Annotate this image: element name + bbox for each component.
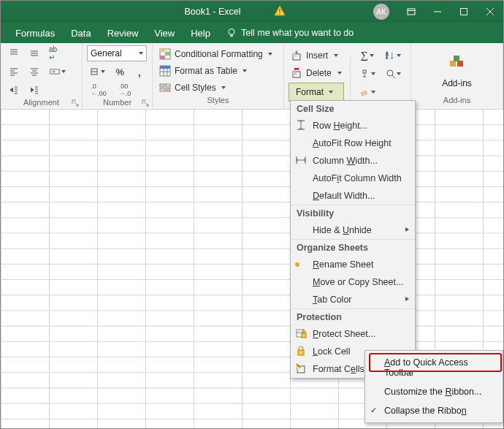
minimize-button[interactable] <box>424 1 451 23</box>
tab-data[interactable]: Data <box>64 25 98 42</box>
ctx-add-to-qat[interactable]: Add to Quick Access Toolbar <box>365 353 503 382</box>
protect-sheet-icon <box>295 327 307 339</box>
menu-move-copy-sheet[interactable]: Move or Copy Sheet... <box>291 273 415 291</box>
svg-rect-47 <box>160 84 164 87</box>
group-addins: Add-ins Add-ins <box>411 43 503 109</box>
close-button[interactable] <box>477 1 503 23</box>
tab-help[interactable]: Help <box>183 25 218 42</box>
menu-hide-unhide[interactable]: Hide & Unhide <box>291 221 415 239</box>
group-styles: Conditional Formatting Format as Table C… <box>153 43 284 109</box>
submenu-arrow-icon <box>405 227 409 232</box>
svg-point-63 <box>387 70 393 76</box>
menu-section-cell-size: Cell Size <box>291 101 415 117</box>
alignment-dialog-launcher[interactable] <box>72 99 79 107</box>
lightbulb-icon <box>226 28 237 38</box>
menu-column-width[interactable]: Column Width... <box>291 152 415 170</box>
format-as-table-button[interactable]: Format as Table <box>157 64 279 78</box>
accounting-format-button[interactable] <box>87 64 109 80</box>
sort-filter-button[interactable]: AZ <box>383 48 405 64</box>
svg-rect-43 <box>160 66 170 69</box>
menu-tab-color[interactable]: Tab Color <box>291 291 415 308</box>
insert-cells-button[interactable]: Insert <box>289 48 344 64</box>
svg-point-9 <box>229 29 234 35</box>
number-dialog-launcher[interactable] <box>142 99 149 107</box>
conditional-formatting-button[interactable]: Conditional Formatting <box>157 47 279 61</box>
group-alignment: ab↵ Alignment <box>1 43 83 109</box>
ribbon-tabs: Formulas Data Review View Help Tell me w… <box>1 23 503 43</box>
svg-rect-1 <box>279 9 280 12</box>
menu-section-protection: Protection <box>291 308 415 325</box>
user-avatar[interactable]: AK <box>373 4 389 20</box>
find-select-button[interactable] <box>383 66 405 82</box>
align-center-button[interactable] <box>26 64 43 80</box>
autosum-button[interactable]: ∑ <box>356 48 378 64</box>
format-label: Format <box>296 87 324 97</box>
merge-center-button[interactable] <box>46 64 69 80</box>
menu-default-width[interactable]: Default Width... <box>291 187 415 205</box>
menu-section-visibility: Visibility <box>291 205 415 221</box>
cell-styles-button[interactable]: Cell Styles <box>157 80 279 95</box>
check-icon: ✓ <box>370 406 377 415</box>
group-label-alignment: Alignment <box>23 98 59 107</box>
svg-rect-60 <box>361 91 367 96</box>
svg-rect-2 <box>279 13 280 15</box>
group-label-styles: Styles <box>207 96 229 105</box>
menu-autofit-row-height[interactable]: AutoFit Row Height <box>291 134 415 152</box>
align-middle-button[interactable] <box>26 45 43 61</box>
svg-rect-52 <box>293 54 297 57</box>
delete-cells-button[interactable]: Delete <box>289 65 344 81</box>
svg-rect-75 <box>298 350 304 355</box>
addins-button[interactable]: Add-ins <box>442 78 472 88</box>
decrease-indent-button[interactable] <box>5 82 23 98</box>
number-format-dropdown[interactable]: General <box>87 45 147 61</box>
warning-icon <box>274 5 286 19</box>
title-bar: Book1 - Excel AK <box>1 1 503 23</box>
increase-decimal-button[interactable]: .0←.00 <box>87 82 110 98</box>
delete-label: Delete <box>306 68 332 78</box>
menu-autofit-column-width[interactable]: AutoFit Column Width <box>291 170 415 187</box>
ctx-customize-ribbon[interactable]: Customize the Ribbon... <box>365 382 503 401</box>
svg-rect-54 <box>293 72 297 75</box>
menu-rename-sheet[interactable]: Rename Sheet <box>291 256 415 273</box>
svg-rect-49 <box>160 88 164 91</box>
svg-rect-65 <box>450 61 456 67</box>
ribbon-context-menu: Add to Quick Access Toolbar Customize th… <box>364 350 503 423</box>
percent-style-button[interactable]: % <box>112 64 129 80</box>
group-label-addins: Add-ins <box>443 96 470 105</box>
svg-rect-66 <box>457 61 463 67</box>
align-top-button[interactable] <box>5 45 23 61</box>
menu-row-height[interactable]: Row Height... <box>291 117 415 134</box>
tab-view[interactable]: View <box>147 25 182 42</box>
tab-review[interactable]: Review <box>100 25 146 42</box>
svg-rect-48 <box>166 84 170 87</box>
wrap-text-button[interactable]: ab↵ <box>46 45 60 61</box>
align-left-button[interactable] <box>5 64 23 80</box>
svg-rect-40 <box>165 52 170 56</box>
number-format-value: General <box>91 48 122 58</box>
tell-me-text: Tell me what you want to do <box>241 28 354 38</box>
format-cells-button[interactable]: Format <box>289 83 344 102</box>
ribbon-display-options-button[interactable] <box>398 1 424 23</box>
group-number: General % , .0←.00 .00→.0 Number <box>83 43 153 109</box>
lock-cell-icon <box>295 345 307 357</box>
tell-me-search[interactable]: Tell me what you want to do <box>226 28 354 38</box>
tab-formulas[interactable]: Formulas <box>8 25 62 42</box>
fill-button[interactable] <box>356 66 378 82</box>
insert-cells-icon <box>291 50 302 61</box>
maximize-button[interactable] <box>451 1 477 23</box>
menu-protect-sheet[interactable]: Protect Sheet... <box>291 325 415 343</box>
decrease-decimal-button[interactable]: .00→.0 <box>113 82 137 98</box>
clear-button[interactable] <box>356 84 378 100</box>
column-width-icon <box>295 154 307 166</box>
menu-section-organize: Organize Sheets <box>291 239 415 256</box>
svg-rect-41 <box>160 56 165 59</box>
svg-rect-6 <box>461 9 467 15</box>
row-height-icon <box>295 119 307 131</box>
ctx-collapse-ribbon[interactable]: ✓Collapse the Ribbon <box>365 401 503 420</box>
insert-label: Insert <box>306 50 328 61</box>
svg-rect-3 <box>408 9 415 15</box>
comma-style-button[interactable]: , <box>131 64 148 80</box>
conditional-formatting-label: Conditional Formatting <box>175 49 263 59</box>
group-label-number: Number <box>103 98 131 107</box>
increase-indent-button[interactable] <box>26 82 43 98</box>
